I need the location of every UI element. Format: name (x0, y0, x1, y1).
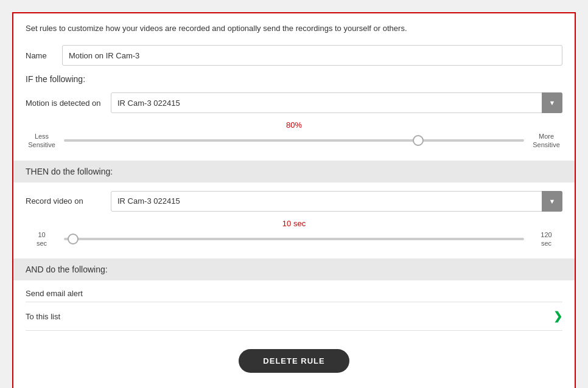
and-heading: AND do the following: (26, 265, 562, 274)
duration-slider-thumb[interactable] (68, 234, 79, 244)
sensitivity-right-label: MoreSensitive (533, 132, 560, 150)
duration-right-label: 120sec (533, 230, 560, 248)
then-section-header: THEN do the following: (13, 161, 575, 182)
and-section-header: AND do the following: (13, 258, 575, 280)
sensitivity-slider-section: 80% LessSensitive MoreSensitive (26, 120, 562, 150)
record-camera-wrapper: IR Cam-3 022415 (111, 191, 562, 212)
chevron-right-icon: ❯ (553, 310, 562, 323)
email-alert-label: Send email alert (26, 289, 83, 298)
motion-detected-row: Motion is detected on IR Cam-3 022415 (26, 92, 562, 113)
duration-slider-section: 10 sec 10sec 120sec (26, 219, 562, 248)
description-text: Set rules to customize how your videos a… (26, 23, 562, 34)
to-list-label: To this list (26, 312, 60, 321)
to-list-row[interactable]: To this list ❯ (26, 302, 562, 331)
then-heading: THEN do the following: (26, 167, 562, 176)
name-input[interactable] (62, 45, 562, 66)
sensitivity-slider-row: LessSensitive MoreSensitive (28, 132, 560, 150)
record-label: Record video on (26, 196, 105, 206)
delete-button-row: DELETE RULE (26, 349, 562, 373)
motion-camera-select[interactable]: IR Cam-3 022415 (111, 92, 562, 113)
duration-slider-row: 10sec 120sec (28, 230, 560, 248)
sensitivity-left-label: LessSensitive (28, 132, 55, 150)
duration-value: 10 sec (28, 219, 560, 228)
if-section: IF the following: Motion is detected on … (26, 74, 562, 150)
name-row: Name (26, 45, 562, 66)
delete-rule-button[interactable]: DELETE RULE (239, 349, 349, 373)
duration-left-label: 10sec (28, 230, 55, 248)
then-section: Record video on IR Cam-3 022415 10 sec 1… (26, 191, 562, 248)
record-camera-select[interactable]: IR Cam-3 022415 (111, 191, 562, 212)
send-email-row: Send email alert (26, 280, 562, 302)
motion-label: Motion is detected on (26, 99, 105, 108)
duration-slider-track[interactable] (64, 238, 524, 240)
sensitivity-slider-thumb[interactable] (413, 135, 424, 146)
sensitivity-value: 80% (28, 120, 560, 130)
if-heading: IF the following: (26, 74, 562, 84)
main-container: Set rules to customize how your videos a… (12, 12, 576, 388)
sensitivity-slider-track[interactable] (64, 139, 524, 142)
record-video-row: Record video on IR Cam-3 022415 (26, 191, 562, 212)
motion-camera-wrapper: IR Cam-3 022415 (111, 92, 562, 113)
name-label: Name (26, 51, 56, 60)
